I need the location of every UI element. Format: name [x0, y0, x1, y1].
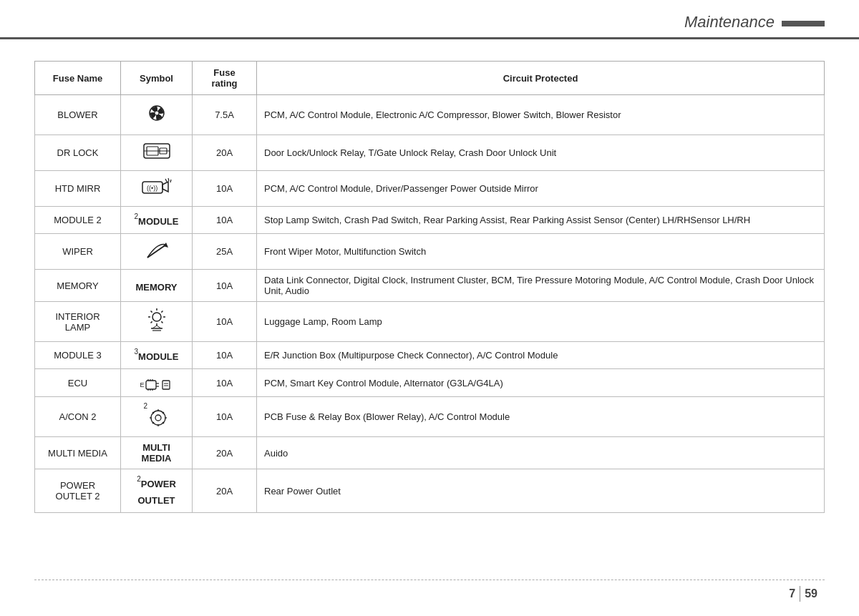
- fuse-name: WIPER: [35, 234, 121, 270]
- blower-icon: [144, 100, 170, 126]
- table-row: POWER OUTLET 22POWER OUTLET20ARear Power…: [35, 469, 825, 513]
- ecu-symbol: E: [140, 378, 173, 391]
- fuse-rating: 10A: [193, 342, 257, 369]
- col-header-circuit: Circuit Protected: [257, 62, 825, 95]
- htdmirr-icon: ((•)): [141, 176, 173, 197]
- circuit-protected: Auido: [257, 437, 825, 469]
- fuse-rating: 10A: [193, 207, 257, 234]
- interiorlamp-icon: [142, 307, 171, 333]
- page-separator: [800, 586, 800, 602]
- fuse-symbol: 3MODULE: [121, 342, 193, 369]
- module2-symbol: 2MODULE: [135, 212, 179, 228]
- table-row: WIPER 25AFront Wiper Motor, Multifunctio…: [35, 234, 825, 270]
- fuse-name: BLOWER: [35, 95, 121, 135]
- fuse-symbol: [121, 302, 193, 342]
- fuse-rating: 20A: [193, 469, 257, 513]
- circuit-protected: PCM, A/C Control Module, Driver/Passenge…: [257, 171, 825, 207]
- circuit-protected: PCB Fuse & Relay Box (Blower Relay), A/C…: [257, 397, 825, 437]
- svg-line-9: [170, 180, 171, 182]
- page-number: 7 59: [34, 586, 825, 602]
- page-header: Maintenance: [0, 0, 859, 39]
- table-row: BLOWER 7.5APCM, A/C Control Module, Elec…: [35, 95, 825, 135]
- memory-symbol: MEMORY: [135, 282, 177, 293]
- table-row: MODULE 22MODULE10AStop Lamp Switch, Cras…: [35, 207, 825, 234]
- fuse-name: MULTI MEDIA: [35, 437, 121, 469]
- circuit-protected: E/R Junction Box (Multipurpose Check Con…: [257, 342, 825, 369]
- svg-point-46: [155, 415, 161, 421]
- table-row: ECU E 10APCM, Smar: [35, 369, 825, 397]
- fuse-symbol: [121, 95, 193, 135]
- poweroutlet-symbol: 2POWER OUTLET: [128, 474, 185, 507]
- fuse-rating: 10A: [193, 270, 257, 302]
- fuse-name: MODULE 3: [35, 342, 121, 369]
- acon2-symbol: 2: [144, 402, 170, 428]
- fuse-name: MEMORY: [35, 270, 121, 302]
- table-row: HTD MIRR ((•)) 10APCM, A/C Control Modul…: [35, 171, 825, 207]
- chapter-number: 7: [789, 587, 795, 600]
- circuit-protected: PCM, Smart Key Control Module, Alternato…: [257, 369, 825, 397]
- table-row: MULTI MEDIAMULTI MEDIA20AAuido: [35, 437, 825, 469]
- fuse-table: Fuse Name Symbol Fuse rating Circuit Pro…: [34, 61, 825, 513]
- fuse-name: POWER OUTLET 2: [35, 469, 121, 513]
- fuse-symbol: 2POWER OUTLET: [121, 469, 193, 513]
- fuse-name: A/CON 2: [35, 397, 121, 437]
- col-header-symbol: Symbol: [121, 62, 193, 95]
- fuse-symbol: ((•)): [121, 171, 193, 207]
- svg-line-17: [150, 311, 152, 313]
- page-footer: 7 59: [0, 580, 859, 602]
- fuse-symbol: [121, 135, 193, 171]
- table-row: INTERIOR LAMP 10ALuggage Lamp, Room Lamp: [35, 302, 825, 342]
- fuse-symbol: [121, 234, 193, 270]
- header-bar: [782, 21, 825, 26]
- svg-rect-34: [162, 381, 170, 389]
- svg-line-8: [168, 178, 169, 181]
- circuit-protected: Data Link Connector, Digital Clock, Inst…: [257, 270, 825, 302]
- fuse-name: ECU: [35, 369, 121, 397]
- table-row: MODULE 33MODULE10AE/R Junction Box (Mult…: [35, 342, 825, 369]
- circuit-protected: PCM, A/C Control Module, Electronic A/C …: [257, 95, 825, 135]
- multimedia-symbol: MULTI MEDIA: [128, 442, 185, 464]
- table-row: A/CON 2 2 10APCB Fuse & Relay Box (Blowe…: [35, 397, 825, 437]
- fuse-rating: 20A: [193, 135, 257, 171]
- fuse-rating: 20A: [193, 437, 257, 469]
- main-content: Fuse Name Symbol Fuse rating Circuit Pro…: [0, 39, 859, 527]
- table-header-row: Fuse Name Symbol Fuse rating Circuit Pro…: [35, 62, 825, 95]
- fuse-rating: 25A: [193, 234, 257, 270]
- circuit-protected: Luggage Lamp, Room Lamp: [257, 302, 825, 342]
- module3-symbol: 3MODULE: [135, 347, 179, 363]
- svg-point-1: [155, 111, 159, 115]
- fuse-name: DR LOCK: [35, 135, 121, 171]
- svg-rect-25: [146, 381, 156, 389]
- fuse-symbol: E: [121, 369, 193, 397]
- fuse-name: INTERIOR LAMP: [35, 302, 121, 342]
- svg-text:((•)): ((•)): [147, 185, 157, 192]
- fuse-rating: 7.5A: [193, 95, 257, 135]
- fuse-rating: 10A: [193, 397, 257, 437]
- wiper-icon: [143, 239, 170, 260]
- svg-point-12: [152, 313, 161, 321]
- fuse-symbol: MULTI MEDIA: [121, 437, 193, 469]
- circuit-protected: Rear Power Outlet: [257, 469, 825, 513]
- fuse-name: MODULE 2: [35, 207, 121, 234]
- svg-line-20: [150, 321, 152, 323]
- circuit-protected: Front Wiper Motor, Multifunction Switch: [257, 234, 825, 270]
- fuse-rating: 10A: [193, 369, 257, 397]
- footer-divider: [34, 580, 825, 580]
- svg-line-18: [161, 321, 162, 323]
- drlock-icon: [142, 140, 171, 162]
- circuit-protected: Stop Lamp Switch, Crash Pad Switch, Rear…: [257, 207, 825, 234]
- col-header-rating: Fuse rating: [193, 62, 257, 95]
- page-num: 59: [805, 587, 817, 600]
- fuse-rating: 10A: [193, 171, 257, 207]
- table-row: DR LOCK 20ADoor Lock/Unlock Relay, T/Gat…: [35, 135, 825, 171]
- col-header-name: Fuse Name: [35, 62, 121, 95]
- svg-line-7: [165, 179, 167, 182]
- circuit-protected: Door Lock/Unlock Relay, T/Gate Unlock Re…: [257, 135, 825, 171]
- fuse-symbol: MEMORY: [121, 270, 193, 302]
- fuse-symbol: 2: [121, 397, 193, 437]
- fuse-symbol: 2MODULE: [121, 207, 193, 234]
- svg-line-19: [161, 311, 162, 313]
- fuse-rating: 10A: [193, 302, 257, 342]
- fuse-name: HTD MIRR: [35, 171, 121, 207]
- page-title: Maintenance: [684, 13, 775, 31]
